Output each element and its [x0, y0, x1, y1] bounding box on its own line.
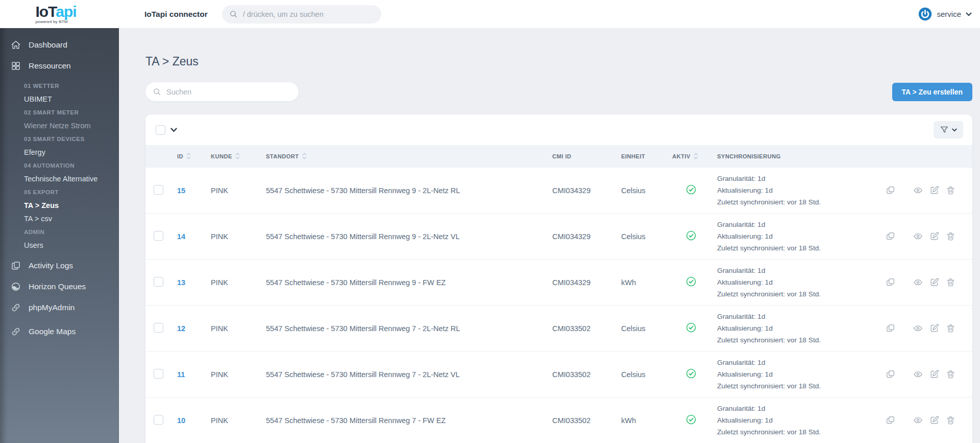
- link-icon: [11, 302, 21, 313]
- sidebar-item-ressourcen[interactable]: Ressourcen: [0, 55, 118, 76]
- kunde-cell: PINK: [211, 186, 266, 195]
- sync-update: Aktualisierung: 1d: [717, 322, 886, 334]
- id-link[interactable]: 12: [177, 324, 185, 333]
- copy-button[interactable]: [886, 277, 895, 287]
- delete-button[interactable]: [946, 415, 955, 425]
- row-checkbox[interactable]: [154, 323, 163, 333]
- table-search: [145, 82, 299, 101]
- sync-last: Zuletzt synchronisiert: vor 18 Std.: [717, 380, 886, 392]
- eye-icon: [913, 185, 923, 195]
- sidebar-item-dashboard[interactable]: Dashboard: [0, 34, 118, 55]
- top-bar: IoTapi connector service: [119, 0, 980, 28]
- chevron-down-icon[interactable]: [170, 128, 177, 132]
- column-header[interactable]: STANDORT: [266, 153, 552, 159]
- standort-cell: 5547 Schettwiese - 5730 Mittersill Rennw…: [266, 416, 552, 425]
- select-all-checkbox[interactable]: [156, 125, 165, 135]
- sidebar-item-horizon-queues[interactable]: Horizon Queues: [0, 276, 118, 297]
- view-button[interactable]: [913, 369, 923, 379]
- copy-button[interactable]: [886, 369, 895, 379]
- create-button[interactable]: TA > Zeu erstellen: [892, 83, 972, 101]
- sidebar-subitem[interactable]: Users: [0, 239, 118, 252]
- view-button[interactable]: [913, 323, 923, 333]
- aktiv-cell: [672, 276, 717, 289]
- user-menu[interactable]: service: [918, 7, 972, 21]
- app-window: IoTapi powered by BTM Dashboard Ressourc…: [0, 0, 980, 443]
- id-link[interactable]: 13: [177, 278, 185, 287]
- trash-icon: [946, 369, 955, 379]
- cmi-id-cell: CMI034329: [552, 278, 621, 287]
- delete-button[interactable]: [946, 185, 955, 195]
- sidebar-subitem: 01 WETTER: [0, 79, 118, 92]
- view-button[interactable]: [913, 415, 923, 425]
- column-header[interactable]: CMI ID: [552, 153, 621, 159]
- sidebar-subitem: 02 SMART METER: [0, 106, 118, 119]
- filter-button[interactable]: [934, 121, 963, 138]
- view-button[interactable]: [913, 231, 923, 241]
- delete-button[interactable]: [946, 369, 955, 379]
- cmi-id-cell: CMI034329: [552, 232, 621, 241]
- copy-icon: [886, 231, 895, 241]
- sidebar-item-google-maps[interactable]: Google Maps: [0, 321, 118, 342]
- sidebar-subitem[interactable]: Wiener Netze Strom: [0, 119, 118, 132]
- table-row: 13 PINK 5547 Schettwiese - 5730 Mittersi…: [145, 259, 972, 305]
- sync-last: Zuletzt synchronisiert: vor 18 Std.: [717, 334, 886, 346]
- global-search-input[interactable]: [243, 10, 374, 18]
- row-checkbox[interactable]: [154, 415, 163, 425]
- trash-icon: [946, 415, 955, 425]
- copy-button[interactable]: [886, 185, 895, 195]
- edit-button[interactable]: [929, 415, 939, 425]
- edit-button[interactable]: [929, 369, 939, 379]
- edit-button[interactable]: [929, 231, 939, 241]
- delete-button[interactable]: [946, 323, 955, 333]
- delete-button[interactable]: [946, 277, 955, 287]
- sidebar-subitem: ADMIN: [0, 225, 118, 239]
- column-header[interactable]: EINHEIT: [621, 153, 672, 159]
- sidebar-subitem[interactable]: Technische Alternative: [0, 172, 118, 185]
- sync-last: Zuletzt synchronisiert: vor 18 Std.: [717, 242, 886, 254]
- row-checkbox[interactable]: [154, 369, 163, 379]
- delete-button[interactable]: [946, 231, 955, 241]
- grid-icon: [11, 61, 21, 71]
- sidebar-subitem[interactable]: TA > Zeus: [0, 199, 118, 212]
- sidebar-item-activity-logs[interactable]: Activity Logs: [0, 255, 118, 276]
- copy-button[interactable]: [886, 415, 895, 425]
- view-button[interactable]: [913, 185, 923, 195]
- kunde-cell: PINK: [211, 278, 266, 287]
- view-button[interactable]: [913, 277, 923, 287]
- id-cell: 11: [177, 370, 211, 379]
- id-link[interactable]: 14: [177, 232, 185, 241]
- id-link[interactable]: 15: [177, 186, 185, 195]
- sidebar-subitem[interactable]: UBIMET: [0, 92, 118, 106]
- row-actions: [886, 323, 972, 333]
- sidebar-subitem[interactable]: TA > csv: [0, 212, 118, 225]
- id-link[interactable]: 11: [177, 370, 185, 379]
- aktiv-cell: [672, 368, 717, 381]
- link-icon: [11, 327, 21, 337]
- column-header[interactable]: KUNDE: [211, 153, 266, 159]
- sort-icon: [694, 153, 698, 159]
- row-checkbox[interactable]: [154, 231, 163, 241]
- edit-button[interactable]: [929, 277, 939, 287]
- column-header[interactable]: ID: [177, 153, 211, 159]
- sidebar-item-phpmyadmin[interactable]: phpMyAdmin: [0, 297, 118, 318]
- copy-button[interactable]: [886, 231, 895, 241]
- id-cell: 10: [177, 416, 211, 425]
- column-header[interactable]: SYNCHRONISIERUNG: [717, 153, 886, 159]
- standort-cell: 5547 Schettwiese - 5730 Mittersill Rennw…: [266, 278, 552, 287]
- content-area: TA > Zeus TA > Zeu erstellen: [119, 28, 980, 443]
- sidebar-subitem[interactable]: Efergy: [0, 146, 118, 159]
- copy-button[interactable]: [886, 323, 895, 333]
- column-header[interactable]: AKTIV: [672, 153, 717, 159]
- einheit-cell: kWh: [621, 278, 672, 287]
- row-checkbox[interactable]: [154, 185, 163, 195]
- table-search-input[interactable]: [166, 88, 291, 96]
- edit-button[interactable]: [929, 185, 939, 195]
- row-checkbox[interactable]: [154, 277, 163, 287]
- edit-button[interactable]: [929, 323, 939, 333]
- id-link[interactable]: 10: [177, 416, 185, 425]
- sync-update: Aktualisierung: 1d: [717, 276, 886, 288]
- trash-icon: [946, 323, 955, 333]
- cmi-id-cell: CMI033502: [552, 324, 621, 333]
- eye-icon: [913, 231, 923, 241]
- id-cell: 15: [177, 186, 211, 195]
